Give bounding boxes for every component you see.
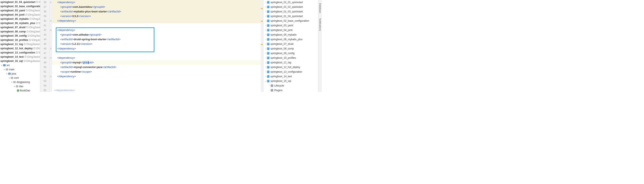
code-line[interactable]: </dependency> <box>52 19 260 23</box>
java-file[interactable]: BookDao <box>0 88 40 92</box>
line-number: 55 <box>40 88 49 92</box>
warning-marker[interactable] <box>261 44 263 45</box>
folder-icon <box>10 76 14 79</box>
maven-module[interactable]: ›springboot_03_yaml <box>263 23 318 28</box>
folder-icon <box>3 64 6 67</box>
module-item[interactable]: springboot_07_druidD:\DingJiaxiong\IdeaP… <box>0 25 40 30</box>
notifications-tab[interactable]: Notifications <box>318 15 322 33</box>
maven-lifecycle[interactable]: ›Lifecycle <box>263 83 318 88</box>
editor-gutter[interactable]: 36 37 38 39 40 41 42 43 44 45 46 47 48 4… <box>40 0 50 92</box>
module-icon <box>267 10 270 13</box>
code-line[interactable] <box>52 83 260 88</box>
maven-module[interactable]: ›springboot_10_profiles <box>263 56 318 60</box>
package-folder[interactable]: ▾dao <box>0 84 40 88</box>
module-icon <box>267 47 270 50</box>
maven-module[interactable]: ›springboot_02_base_configuration <box>263 19 318 23</box>
fold-handle[interactable]: ⊟ <box>50 56 52 60</box>
chevron-right-icon: › <box>264 34 267 36</box>
src-folder[interactable]: ▾src <box>0 63 40 67</box>
module-item[interactable]: springboot_12_hot_deployD:\DingJiaxiong\… <box>0 46 40 51</box>
right-tool-tabs: Database Notifications <box>318 0 322 92</box>
module-icon <box>267 66 270 69</box>
maven-module[interactable]: ›springboot_01_04_quickstart <box>263 14 318 19</box>
code-line[interactable]: <version>3.5.2</version> <box>52 14 260 19</box>
code-line[interactable] <box>52 79 260 83</box>
project-tree[interactable]: springboot_01_04_quickstartD:\DingJiaxio… <box>0 0 40 92</box>
error-stripe[interactable] <box>260 0 263 92</box>
chevron-right-icon: › <box>264 29 267 31</box>
code-line[interactable]: <dependency> <box>52 28 260 32</box>
maven-module[interactable]: ›springboot_04_junit <box>263 28 318 32</box>
module-item[interactable]: springboot_13_configurationD:\DingJiaxio… <box>0 51 40 55</box>
module-item[interactable]: springboot_14_testD:\DingJiaxiong\IdeaPr… <box>0 55 40 59</box>
java-folder[interactable]: ▾java <box>0 72 40 76</box>
module-item[interactable]: springboot_10_profilesD:\DingJiaxiong\Id… <box>0 38 40 42</box>
line-number: 52 <box>40 74 49 79</box>
code-line[interactable]: <scope>runtime</scope> <box>52 69 260 74</box>
warning-marker[interactable] <box>261 8 263 9</box>
maven-module[interactable]: ›springboot_09_config <box>263 51 318 56</box>
code-editor[interactable]: <dependency> <groupId>com.baomidou</grou… <box>52 0 260 92</box>
maven-module[interactable]: ›springboot_06_mybatis_plus <box>263 37 318 42</box>
chevron-down-icon: ▾ <box>3 67 6 72</box>
code-line[interactable]: <dependency> <box>52 56 260 60</box>
maven-module[interactable]: ›springboot_01_01_quickstart <box>263 0 318 5</box>
package-folder[interactable]: ▾dingjiaxiong <box>0 80 40 84</box>
database-tab[interactable]: Database <box>318 0 322 15</box>
maven-module[interactable]: ⌄springboot_15_sql <box>263 79 318 83</box>
maven-module[interactable]: ›springboot_08_ssmp <box>263 46 318 51</box>
module-item[interactable]: springboot_08_ssmpD:\DingJiaxiong\IdeaPr… <box>0 30 40 34</box>
code-line[interactable]: <groupId>com.baomidou</groupId> <box>52 5 260 9</box>
warning-marker[interactable] <box>261 21 263 22</box>
fold-handle[interactable]: ⊟ <box>50 74 52 79</box>
line-number: 38 <box>40 9 49 14</box>
code-line[interactable]: <groupId>mysql</groupId> <box>52 60 260 65</box>
code-line[interactable]: </dependencies> <box>52 88 260 92</box>
code-line[interactable]: <groupId>com.alibaba</groupId> <box>52 32 260 37</box>
maven-module[interactable]: ›springboot_05_mybatis <box>263 32 318 37</box>
code-line[interactable] <box>52 51 260 56</box>
fold-column[interactable]: ⊟⊟ ⊟⊟ ⊟⊟ <box>50 0 52 92</box>
maven-plugins[interactable]: ›Plugins <box>263 88 318 92</box>
chevron-right-icon: › <box>264 43 267 45</box>
maven-module[interactable]: ›springboot_01_03_quickstart <box>263 9 318 14</box>
code-line[interactable]: <artifactId>mybatis-plus-boot-starter</a… <box>52 9 260 14</box>
module-item[interactable]: springboot_09_configD:\DingJiaxiong\Idea… <box>0 34 40 38</box>
code-line[interactable]: <dependency> <box>52 0 260 5</box>
package-folder[interactable]: ▾com <box>0 76 40 80</box>
module-item[interactable]: springboot_15_sqlD:\DingJiaxiong\IdeaPro… <box>0 59 40 63</box>
maven-module[interactable]: ›springboot_13_configuration <box>263 69 318 74</box>
fold-handle[interactable]: ⊟ <box>50 0 52 5</box>
fold-handle[interactable]: ⊟ <box>50 19 52 23</box>
fold-handle[interactable]: ⊟ <box>50 46 52 51</box>
maven-module[interactable]: ›springboot_01_02_quickstart <box>263 5 318 9</box>
code-line[interactable]: </dependency> <box>52 74 260 79</box>
maven-module[interactable]: ›springboot_07_druid <box>263 42 318 46</box>
code-line[interactable]: <artifactId>mysql-connector-java</artifa… <box>52 65 260 69</box>
line-number: 53 <box>40 79 49 83</box>
code-line[interactable]: <artifactId>druid-spring-boot-starter</a… <box>52 37 260 42</box>
maven-module[interactable]: ›springboot_12_hot_deploy <box>263 65 318 69</box>
code-line[interactable]: </dependency> <box>52 46 260 51</box>
module-item[interactable]: springboot_06_mybatis_plusD:\DingJiaxion… <box>0 21 40 25</box>
chevron-right-icon: › <box>264 71 267 73</box>
module-item[interactable]: springboot_11_logD:\DingJiaxiong\IdeaPro… <box>0 42 40 46</box>
chevron-right-icon: › <box>268 85 270 87</box>
maven-module[interactable]: ›springboot_14_test <box>263 74 318 79</box>
module-icon <box>267 79 270 82</box>
module-item[interactable]: springboot_03_yamlD:\DingJiaxiong\IdeaPr… <box>0 9 40 13</box>
maven-panel[interactable]: ›springboot_01_01_quickstart ›springboot… <box>263 0 318 92</box>
fold-handle[interactable]: ⊟ <box>50 28 52 32</box>
maven-module[interactable]: ›springboot_11_log <box>263 60 318 65</box>
module-item[interactable]: springboot_02_base_configurationD:\DingJ… <box>0 4 40 9</box>
module-icon <box>267 24 270 27</box>
code-line[interactable] <box>52 23 260 28</box>
line-number: 51 <box>40 69 49 74</box>
module-item[interactable]: springboot_04_junitD:\DingJiaxiong\IdeaP… <box>0 13 40 17</box>
main-folder[interactable]: ▾main <box>0 67 40 72</box>
module-item[interactable]: springboot_01_04_quickstartD:\DingJiaxio… <box>0 0 40 4</box>
chevron-right-icon: › <box>264 15 267 17</box>
module-item[interactable]: springboot_05_mybatisD:\DingJiaxiong\Ide… <box>0 17 40 21</box>
module-icon <box>267 56 270 59</box>
code-line[interactable]: <version>1.2.11</version> <box>52 42 260 46</box>
